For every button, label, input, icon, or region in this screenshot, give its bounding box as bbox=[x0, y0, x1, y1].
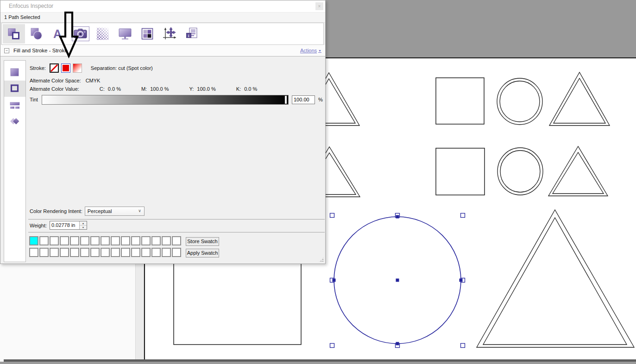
enfocus-inspector-window[interactable]: Enfocus Inspector × 1 Path Selected A bbox=[0, 0, 326, 264]
swatch-cell[interactable] bbox=[151, 248, 161, 257]
swatch-cell[interactable] bbox=[162, 248, 171, 257]
image-icon-frame bbox=[72, 26, 89, 41]
anchor-point[interactable] bbox=[333, 279, 336, 282]
document-shape[interactable] bbox=[436, 148, 485, 195]
swatch-cell[interactable] bbox=[29, 248, 38, 257]
swatch-cell[interactable] bbox=[111, 248, 120, 257]
swatch-cell[interactable] bbox=[80, 236, 89, 245]
document-shape[interactable] bbox=[549, 72, 610, 126]
swatch-cell[interactable] bbox=[39, 248, 49, 257]
swatch-cell[interactable] bbox=[39, 236, 49, 245]
weight-value[interactable]: 0.02778 in bbox=[50, 221, 79, 229]
tint-value-input[interactable] bbox=[292, 95, 315, 104]
color-rendering-intent-select[interactable]: Perceptual ∨ bbox=[85, 207, 145, 216]
swatch-cell[interactable] bbox=[141, 236, 151, 245]
swatch-cell[interactable] bbox=[121, 236, 130, 245]
selection-handle[interactable] bbox=[330, 344, 334, 348]
dash-pattern-mode-icon[interactable] bbox=[4, 97, 25, 113]
section-header: − Fill and Stroke - Stroke Actions ▼ bbox=[0, 45, 325, 56]
screen: { "window": {"title": "Enfocus Inspector… bbox=[0, 0, 636, 364]
document-shape[interactable] bbox=[548, 146, 608, 196]
document-shape[interactable] bbox=[477, 210, 634, 347]
inspector-toolbar: A bbox=[1, 23, 324, 45]
anchor-point[interactable] bbox=[396, 279, 399, 282]
swatch-cell[interactable] bbox=[70, 248, 79, 257]
window-title: Enfocus Inspector bbox=[9, 3, 53, 9]
swatch-cell[interactable] bbox=[121, 248, 130, 257]
anchor-point[interactable] bbox=[396, 342, 399, 345]
tint-slider[interactable] bbox=[42, 95, 289, 105]
document-shape[interactable] bbox=[500, 151, 540, 192]
weight-spinbox[interactable]: 0.02778 in ▲ ▼ bbox=[50, 221, 87, 230]
selection-handle[interactable] bbox=[461, 213, 465, 218]
swatch-cell[interactable] bbox=[101, 236, 110, 245]
selection-status: 1 Path Selected bbox=[0, 13, 325, 23]
swatch-cell[interactable] bbox=[162, 236, 171, 245]
anchor-point[interactable] bbox=[460, 279, 463, 282]
tint-gradient-swatch[interactable] bbox=[73, 63, 82, 73]
selection-handle[interactable] bbox=[461, 344, 465, 348]
swatch-cell[interactable] bbox=[60, 248, 69, 257]
stroke-mode-icon[interactable] bbox=[4, 81, 25, 97]
no-stroke-swatch[interactable] bbox=[50, 63, 59, 73]
anchor-point[interactable] bbox=[396, 215, 399, 219]
swatch-cell[interactable] bbox=[29, 236, 38, 245]
text-icon[interactable]: A bbox=[47, 24, 69, 44]
swatch-cell[interactable] bbox=[50, 248, 59, 257]
document-shape[interactable] bbox=[483, 218, 627, 345]
fill-stroke-sidebar bbox=[4, 60, 26, 262]
collapse-toggle[interactable]: − bbox=[4, 48, 9, 53]
image-icon[interactable] bbox=[69, 24, 92, 44]
spin-up-icon[interactable]: ▲ bbox=[80, 221, 87, 226]
alt-color-value-label: Alternate Color Value: bbox=[30, 86, 79, 92]
divider bbox=[28, 232, 325, 232]
halftone-icon[interactable] bbox=[92, 24, 114, 44]
spin-down-icon[interactable]: ▼ bbox=[80, 226, 87, 229]
tint-label: Tint bbox=[30, 97, 42, 102]
swatch-cell[interactable] bbox=[90, 248, 100, 257]
swatch-cell[interactable] bbox=[172, 236, 181, 245]
svg-text:A: A bbox=[53, 27, 62, 40]
swatch-cell[interactable] bbox=[131, 236, 140, 245]
position-icon[interactable] bbox=[158, 24, 181, 44]
color-rendering-intent-value: Perceptual bbox=[88, 208, 112, 214]
overprint-mode-icon[interactable] bbox=[4, 113, 25, 129]
stroke-properties: Stroke: Separation: cut (Spot color) Alt… bbox=[28, 56, 325, 264]
solid-spot-red-swatch[interactable] bbox=[61, 63, 70, 73]
color-rendering-intent-label: Color Rendering Intent: bbox=[30, 208, 82, 214]
document-shape[interactable] bbox=[553, 152, 604, 194]
fill-and-stroke-icon[interactable] bbox=[3, 24, 25, 44]
shape-icon[interactable] bbox=[25, 24, 47, 44]
document-shape[interactable] bbox=[436, 78, 484, 124]
window-titlebar[interactable]: Enfocus Inspector × bbox=[0, 0, 325, 13]
swatch-cell[interactable] bbox=[90, 236, 100, 245]
swatch-cell[interactable] bbox=[80, 248, 89, 257]
summary-icon[interactable]: i bbox=[181, 24, 203, 44]
document-shape[interactable] bbox=[554, 78, 605, 123]
magenta-component: M:100.0 % bbox=[141, 86, 169, 92]
selection-handle[interactable] bbox=[330, 213, 334, 218]
screen-preview-icon[interactable] bbox=[114, 24, 136, 44]
close-button[interactable]: × bbox=[315, 2, 323, 10]
swatch-cell[interactable] bbox=[131, 248, 140, 257]
swatch-cell[interactable] bbox=[101, 248, 110, 257]
stroke-label: Stroke: bbox=[30, 65, 46, 71]
separations-icon[interactable] bbox=[136, 24, 158, 44]
swatch-cell[interactable] bbox=[141, 248, 151, 257]
document-shape[interactable] bbox=[497, 78, 542, 125]
actions-link[interactable]: Actions ▼ bbox=[300, 48, 321, 53]
store-swatch-button[interactable]: Store Swatch bbox=[186, 237, 219, 246]
document-shape[interactable] bbox=[174, 256, 301, 345]
apply-swatch-button[interactable]: Apply Swatch bbox=[186, 249, 219, 257]
swatch-cell[interactable] bbox=[111, 236, 120, 245]
swatch-grid-row bbox=[29, 236, 181, 245]
swatch-cell[interactable] bbox=[60, 236, 69, 245]
swatch-cell[interactable] bbox=[172, 248, 181, 257]
swatch-cell[interactable] bbox=[70, 236, 79, 245]
fill-mode-icon[interactable] bbox=[4, 64, 25, 81]
tint-slider-thumb[interactable] bbox=[284, 95, 287, 104]
document-shape[interactable] bbox=[497, 148, 543, 195]
document-shape[interactable] bbox=[500, 81, 540, 122]
swatch-cell[interactable] bbox=[151, 236, 161, 245]
swatch-cell[interactable] bbox=[50, 236, 59, 245]
